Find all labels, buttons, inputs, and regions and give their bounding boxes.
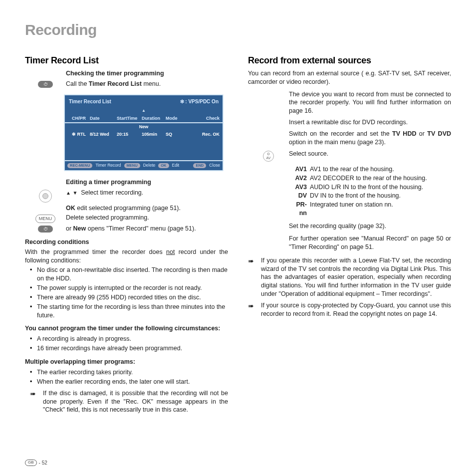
left-column: Timer Record List Checking the timer pro… [25, 54, 228, 418]
timer-record-heading: Timer Record List [25, 54, 228, 66]
note-arrow-icon: ➠ [248, 256, 261, 298]
editing-heading: Editing a timer programming [66, 178, 228, 187]
delete-text: Delete selected programming. [66, 214, 228, 222]
language-badge: GB [25, 460, 37, 466]
source-table: AV1AV1 to the rear of the housing. AV2AV… [289, 165, 451, 218]
osd-timer-record-list: Timer Record List ✻ : VPS/PDC On ▲ CH/PR… [64, 94, 224, 171]
list-item: The earlier recording takes priority. [30, 368, 228, 377]
recording-conditions-heading: Recording conditions [25, 238, 228, 246]
overlap-heading: Multiple overlapping timer programs: [25, 358, 228, 366]
list-item: The power supply is interrupted or the r… [30, 284, 228, 292]
list-item: There are already 99 (255 HDD) recorded … [30, 293, 228, 302]
loewe-note: If you operate this recorder with a Loew… [261, 256, 451, 298]
list-item: 16 timer recordings have already been pr… [30, 344, 228, 353]
ok-edit-text: OK edit selected programming (page 51). [66, 204, 228, 213]
switch-on-text: Switch on the recorder and set the TV HD… [289, 130, 451, 147]
connect-device-text: The device you want to record from must … [289, 90, 451, 116]
av-source-button-icon: 0 AV [263, 151, 274, 162]
insert-disc-text: Insert a rewritable disc for DVD recordi… [289, 118, 451, 127]
further-operation-text: For further operation see "Manual Record… [289, 235, 451, 251]
page-title: Recording [25, 20, 451, 40]
right-column: Record from external sources You can rec… [248, 54, 451, 418]
osd-vps-label: ✻ : VPS/PDC On [180, 98, 219, 105]
list-item: The starting time for the recording is l… [30, 303, 228, 320]
checking-heading: Checking the timer programming [66, 69, 228, 78]
osd-title: Timer Record List [69, 98, 111, 105]
note-arrow-icon: ➠ [248, 301, 261, 318]
recording-conditions-intro: With the programmed timer the recorder d… [25, 248, 228, 265]
list-item: No disc or a non-rewritable disc inserte… [30, 266, 228, 283]
damaged-disc-note: If the disc is damaged, it is possible t… [43, 389, 228, 415]
select-timer-text: ▲ ▼ Select timer recording. [66, 189, 228, 197]
menu-button-icon: MENU [35, 215, 56, 223]
recording-conditions-list: No disc or a non-rewritable disc inserte… [30, 266, 228, 319]
set-quality-text: Set the recording quality (page 32). [289, 222, 451, 231]
external-sources-heading: Record from external sources [248, 54, 451, 66]
cannot-program-list: A recording is already in progress. 16 t… [30, 335, 228, 353]
nav-dial-icon [39, 190, 52, 203]
new-opens-text: or New opens "Timer Record" menu (page 5… [66, 225, 228, 233]
list-item: When the earlier recording ends, the lat… [30, 378, 228, 386]
select-source-text: Select source. [289, 150, 451, 158]
page-footer: GB - 52 [25, 460, 47, 467]
osd-data-row: ✻ RTL 8/12 Wed 20:15 105min SQ Rec. OK [65, 130, 223, 138]
cannot-program-heading: You cannot program the timer under the f… [25, 324, 228, 333]
external-intro: You can record from an external source (… [248, 69, 451, 86]
page-number: - 52 [39, 460, 47, 467]
up-arrow-icon: ▲ [66, 190, 71, 196]
clock-icon: ⏱ [38, 226, 53, 233]
down-arrow-icon: ▼ [72, 190, 77, 196]
osd-new-row: New [65, 122, 223, 130]
call-menu-text: Call the Timer Record List menu. [66, 80, 228, 88]
note-arrow-icon: ➠ [30, 389, 43, 415]
clock-icon: ⏱ [38, 81, 53, 88]
list-item: A recording is already in progress. [30, 335, 228, 343]
overlap-list: The earlier recording takes priority. Wh… [30, 368, 228, 386]
osd-footer: REC-MENUTimer Record MENUDelete OKEdit E… [65, 160, 223, 170]
copyguard-note: If your source is copy-protected by Copy… [261, 301, 451, 318]
